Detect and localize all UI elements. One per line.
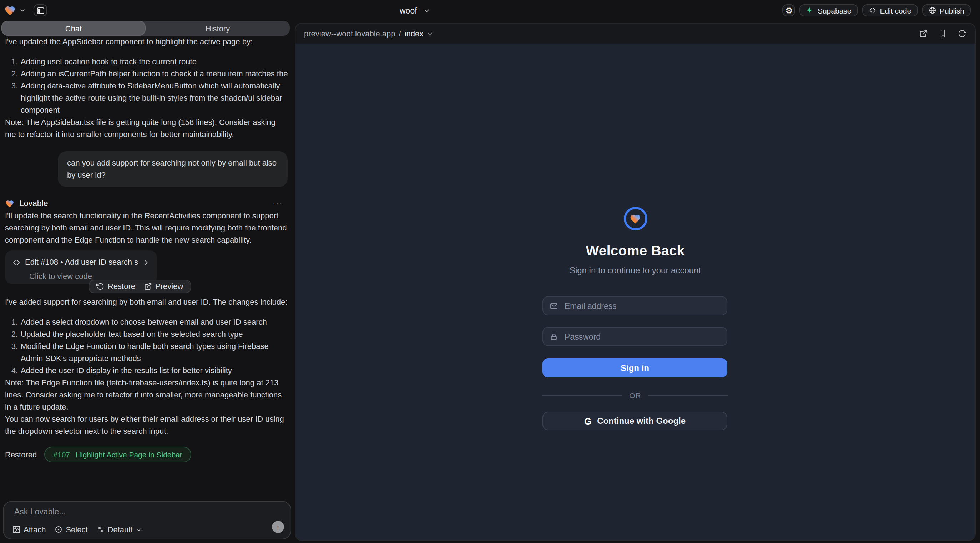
globe-icon — [928, 6, 936, 14]
version-number: #107 — [53, 448, 70, 460]
code-icon — [12, 258, 21, 267]
lock-icon — [550, 332, 558, 341]
mobile-view-icon[interactable] — [939, 29, 947, 38]
version-badge[interactable]: #107 Highlight Active Page in Sidebar — [44, 447, 192, 462]
message-more-menu-icon[interactable]: ··· — [273, 198, 283, 210]
code-brackets-icon — [869, 6, 877, 14]
edit-code-label: Edit code — [880, 6, 912, 14]
assistant-numbered-list: 1.Added a select dropdown to choose betw… — [5, 316, 288, 377]
project-name: woof — [400, 6, 417, 14]
settings-button[interactable]: ⚙ — [783, 4, 795, 16]
publish-button[interactable]: Publish — [922, 4, 971, 16]
assistant-message-text: I've added support for searching by both… — [5, 296, 288, 308]
gear-icon: ⚙ — [785, 6, 793, 14]
auth-subtitle: Sign in to continue to your account — [542, 265, 728, 275]
email-icon — [550, 302, 558, 310]
tab-history[interactable]: History — [146, 21, 290, 36]
assistant-note-text: Note: The AppSidebar.tsx file is getting… — [5, 116, 288, 141]
google-g-icon: G — [584, 416, 591, 426]
chevron-right-icon — [143, 259, 150, 266]
email-field[interactable] — [542, 296, 727, 315]
app-logo — [624, 207, 647, 230]
restored-status-row: Restored #107 Highlight Active Page in S… — [5, 447, 288, 462]
refresh-icon[interactable] — [958, 29, 966, 38]
assistant-message-text: You can now search for users by either t… — [5, 413, 288, 437]
preview-host: preview--woof.lovable.app — [304, 29, 395, 38]
restored-label: Restored — [5, 448, 37, 460]
external-link-icon — [144, 283, 152, 291]
list-item: 1.Added a select dropdown to choose betw… — [5, 316, 288, 328]
lovable-heart-icon — [5, 199, 14, 208]
auth-card: Welcome Back Sign in to continue to your… — [542, 43, 728, 430]
list-item: 4.Added the user ID display in the resul… — [5, 365, 288, 377]
list-item: 3.Modified the Edge Function to handle b… — [5, 340, 288, 365]
chat-composer: Attach Select Default — [3, 501, 291, 540]
attach-image-icon — [12, 525, 21, 534]
model-selector[interactable]: Default — [96, 525, 142, 534]
sign-in-button[interactable]: Sign in — [542, 358, 727, 378]
preview-url[interactable]: preview--woof.lovable.app / index — [304, 29, 433, 38]
restore-button[interactable]: Restore — [96, 280, 135, 292]
restore-icon — [96, 283, 104, 291]
supabase-button[interactable]: Supabase — [800, 4, 858, 16]
chat-message-list[interactable]: I've updated the AppSidebar component to… — [5, 36, 288, 500]
version-actions-bar: Restore Preview — [89, 280, 191, 293]
open-in-new-tab-icon[interactable] — [920, 29, 928, 38]
target-select-icon — [54, 525, 63, 534]
assistant-message-text: I've updated the AppSidebar component to… — [5, 36, 288, 48]
assistant-message-text: I'll update the search functionality in … — [5, 210, 288, 246]
arrow-up-icon: ↑ — [276, 523, 280, 531]
publish-label: Publish — [940, 6, 964, 14]
assistant-numbered-list: 1.Adding useLocation hook to track the c… — [5, 56, 288, 116]
assistant-note-text: Note: The Edge Function file (fetch-fire… — [5, 377, 288, 413]
password-input[interactable] — [563, 332, 727, 341]
preview-viewport: Welcome Back Sign in to continue to your… — [296, 43, 975, 541]
chat-panel: Chat History I've updated the AppSidebar… — [0, 0, 293, 543]
auth-title: Welcome Back — [542, 243, 728, 259]
version-title: Highlight Active Page in Sidebar — [76, 448, 182, 460]
or-divider: OR — [542, 391, 728, 400]
preview-route: index — [405, 29, 424, 38]
project-chevron-down-icon — [424, 7, 431, 14]
preview-button[interactable]: Preview — [144, 280, 183, 292]
edit-card-title: Edit #108 • Add user ID search supp... — [25, 256, 138, 268]
lovable-app-window: woof ⚙ Supabase Edit code — [0, 0, 980, 543]
select-button[interactable]: Select — [54, 525, 88, 534]
assistant-header: Lovable ··· — [5, 198, 288, 210]
list-item: 1.Adding useLocation hook to track the c… — [5, 56, 288, 68]
sliders-icon — [96, 525, 105, 534]
supabase-bolt-icon — [806, 6, 814, 14]
edit-card-area: Edit #108 • Add user ID search supp... C… — [5, 251, 288, 296]
password-field[interactable] — [542, 327, 727, 346]
tab-chat[interactable]: Chat — [2, 21, 146, 36]
list-item: 2.Adding an isCurrentPath helper functio… — [5, 68, 288, 80]
send-button[interactable]: ↑ — [272, 521, 284, 533]
user-message-bubble: can you add support for searching not on… — [58, 151, 288, 187]
route-chevron-down-icon — [427, 30, 433, 37]
preview-url-bar: preview--woof.lovable.app / index — [296, 24, 975, 43]
edit-code-button[interactable]: Edit code — [862, 4, 918, 16]
supabase-label: Supabase — [818, 6, 851, 14]
chat-history-tabs: Chat History — [2, 21, 290, 36]
edit-version-card[interactable]: Edit #108 • Add user ID search supp... C… — [5, 251, 157, 284]
chevron-down-icon — [135, 526, 142, 533]
project-switcher[interactable]: woof — [400, 0, 431, 21]
continue-with-google-button[interactable]: G Continue with Google — [542, 412, 727, 430]
attach-button[interactable]: Attach — [12, 525, 46, 534]
email-input[interactable] — [563, 301, 727, 311]
assistant-name: Lovable — [19, 198, 48, 210]
list-item: 3.Adding data-active attribute to Sideba… — [5, 80, 288, 116]
chat-input[interactable] — [13, 506, 227, 517]
list-item: 2.Updated the placeholder text based on … — [5, 328, 288, 340]
user-message-row: can you add support for searching not on… — [5, 151, 288, 187]
preview-panel: preview--woof.lovable.app / index — [295, 23, 976, 541]
